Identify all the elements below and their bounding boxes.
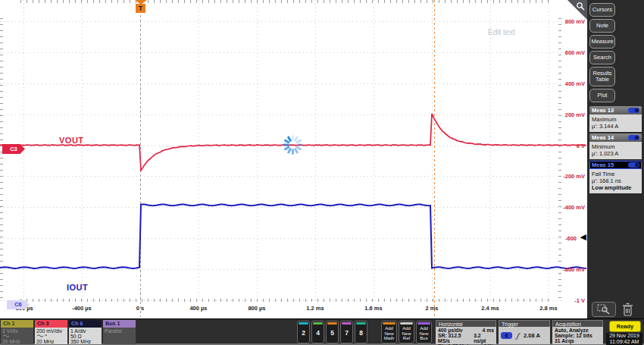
measure-button[interactable]: Measure <box>589 35 615 49</box>
iout-trace <box>0 205 586 268</box>
channel-8-button[interactable]: 8 <box>355 321 367 343</box>
meas-type: Minimum <box>592 143 639 150</box>
trigger-position-marker[interactable]: T <box>134 0 147 13</box>
horizontal-panel[interactable]: Horizontal 400 µs/div4 ms SR: 312.5 MS/s… <box>436 320 496 344</box>
vout-trace-label: VOUT <box>59 136 84 145</box>
time: 11:09:42 AM <box>606 339 642 345</box>
note-button[interactable]: Note <box>589 19 615 33</box>
rising-edge-icon <box>514 332 521 340</box>
channel-3-badge[interactable]: Ch 3 200 mV/div 20 MHz <box>35 320 67 344</box>
ch6-scale: 1 A/div <box>70 328 100 334</box>
meas-toggle[interactable] <box>628 135 639 140</box>
trigger-level: 2.08 A <box>524 332 540 339</box>
ch3-bandwidth: 20 MHz <box>36 339 66 344</box>
channel-5-button[interactable]: 5 <box>326 321 339 343</box>
y-tick-label: 0 V <box>539 143 585 149</box>
meas-flag: Low amplitude <box>592 184 639 191</box>
measurement-badge[interactable]: Meas 14 Minimum µ': 1.023 A <box>589 133 642 159</box>
waveform-display[interactable]: 800 mV 600 mV 400 mV 200 mV 0 V -200 mV … <box>0 0 587 318</box>
cursors-button[interactable]: Cursors <box>589 3 615 17</box>
meas-toggle[interactable] <box>628 162 639 168</box>
x-tick-label: 0 s <box>117 305 163 312</box>
x-tick-label: 800 µs <box>234 305 280 312</box>
ch1-bandwidth: 20 MHz <box>2 339 32 344</box>
trigger-level-arrow-icon[interactable]: ◀ <box>580 232 586 242</box>
x-tick-label: -400 µs <box>59 305 105 312</box>
channel-2-button[interactable]: 2 <box>297 321 310 343</box>
oscilloscope-app: 800 mV 600 mV 400 mV 200 mV 0 V -200 mV … <box>0 0 644 345</box>
horizontal-span: 4 ms <box>483 328 495 333</box>
ch1-scale: 2 V/div <box>2 328 32 334</box>
y-tick-label: -200 mV <box>539 173 585 180</box>
channel-1-badge[interactable]: Ch 1 2 V/div 20 MHz <box>1 320 33 344</box>
plot-button[interactable]: Plot <box>589 89 615 102</box>
ready-status-button[interactable]: Ready <box>609 321 641 332</box>
meas-type: Fall Time <box>592 171 639 177</box>
sample-rate: SR: 312.5 MS/s <box>438 333 474 343</box>
iout-trace-label: IOUT <box>67 283 88 292</box>
x-tick-label: 400 µs <box>176 305 221 312</box>
waveform-traces <box>0 0 587 318</box>
trash-button[interactable] <box>622 303 633 317</box>
channel-7-button[interactable]: 7 <box>340 321 353 343</box>
y-tick-label: -600 <box>531 235 577 242</box>
annotation-placeholder[interactable]: Edit text <box>488 28 515 36</box>
bus-1-badge[interactable]: Bus 1 Parallel <box>103 320 136 344</box>
meas-toggle[interactable] <box>628 108 639 113</box>
settings-bar: Ch 1 2 V/div 20 MHz Ch 3 200 mV/div 20 M… <box>0 318 644 345</box>
magnifier-icon <box>576 2 586 11</box>
ch6-bandwidth: 350 MHz <box>70 339 100 344</box>
acquisition-panel[interactable]: Acquisition Auto, Analyze Sample: 12 bit… <box>552 320 603 344</box>
coupling-icon <box>2 334 10 338</box>
meas-value: µ': 168.1 ns <box>592 177 639 184</box>
add-new-ref-button[interactable]: Add New Ref <box>399 321 414 343</box>
acq-mode: Auto, Analyze <box>555 328 589 333</box>
y-tick-label: 200 mV <box>539 111 585 118</box>
results-sidebar: Cursors Note Measure Search Results Tabl… <box>587 0 644 318</box>
x-tick-label: 2.8 ms <box>526 305 571 312</box>
add-new-math-button[interactable]: Add New Math <box>381 321 397 343</box>
x-tick-label: 2 ms <box>409 305 455 312</box>
y-tick-label: -1 V <box>539 297 585 304</box>
x-tick-label: 1.2 ms <box>292 305 338 312</box>
horizontal-scale: 400 µs/div <box>438 328 463 333</box>
measurement-badge-selected[interactable]: Meas 15 Fall Time µ': 168.1 ns Low ampli… <box>589 161 642 193</box>
x-tick-label: 1.6 ms <box>351 305 396 312</box>
sidebar-buttons: Cursors Note Measure Search Results Tabl… <box>587 0 644 105</box>
y-tick-label: 400 mV <box>539 80 585 87</box>
date: 29 Nov 2019 <box>606 333 642 339</box>
trigger-panel[interactable]: Trigger 6 2.08 A <box>499 320 550 344</box>
ch6-termination: 50 Ω <box>70 334 100 339</box>
channel-6-badge[interactable]: Ch 6 1 A/div 50 Ω 350 MHz <box>69 320 102 344</box>
bus1-type: Parallel <box>105 328 134 334</box>
sample-period: 3.2 ns/pt <box>474 333 494 343</box>
channel-4-button[interactable]: 4 <box>311 321 324 343</box>
zoom-select-button[interactable] <box>592 302 616 317</box>
datetime-display: 29 Nov 2019 11:09:42 AM <box>606 333 642 345</box>
trigger-source-badge: 6 <box>501 332 512 339</box>
acq-resolution: Sample: 12 bits <box>555 333 592 338</box>
results-table-button[interactable]: Results Table <box>589 67 615 86</box>
y-tick-label: -400 mV <box>539 204 585 211</box>
meas-type: Maximum <box>592 116 639 123</box>
y-tick-label: -800 mV <box>539 266 585 273</box>
ch3-scale: 200 mV/div <box>36 328 66 334</box>
meas-value: µ': 3.144 A <box>592 123 639 130</box>
meas-value: µ': 1.023 A <box>592 150 639 157</box>
zoom-select-icon <box>597 304 611 315</box>
search-button[interactable]: Search <box>589 51 615 64</box>
y-tick-label: 600 mV <box>539 49 585 56</box>
measurement-badge[interactable]: Meas 13 Maximum µ': 3.144 A <box>589 106 642 132</box>
coupling-icon <box>36 334 48 338</box>
busy-spinner <box>282 134 303 155</box>
acq-count: 31 Acqs <box>555 338 574 343</box>
x-tick-label: 2.4 ms <box>467 305 513 312</box>
add-new-bus-button[interactable]: Add New Bus <box>416 321 432 343</box>
